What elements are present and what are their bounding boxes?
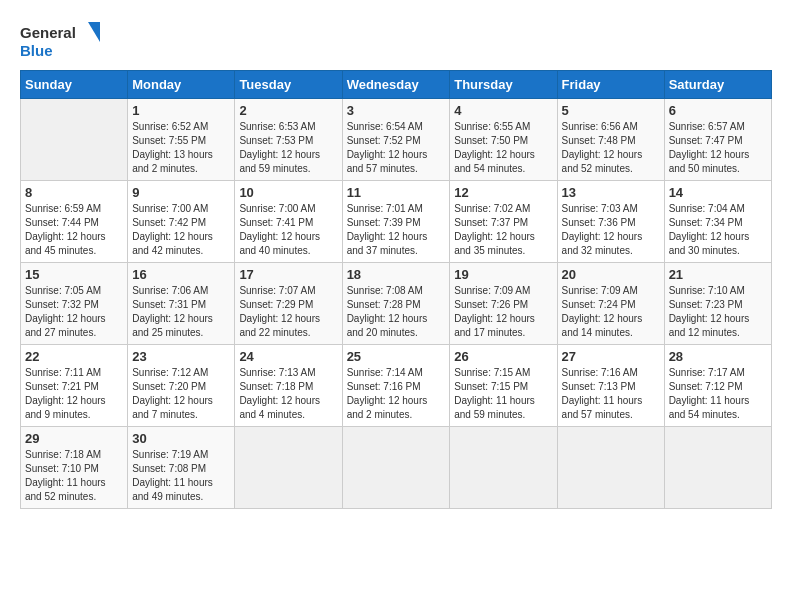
calendar-week-row: 8 Sunrise: 6:59 AMSunset: 7:44 PMDayligh…: [21, 181, 772, 263]
day-number: 23: [132, 349, 230, 364]
day-detail: Sunrise: 7:08 AMSunset: 7:28 PMDaylight:…: [347, 285, 428, 338]
svg-text:Blue: Blue: [20, 42, 53, 59]
day-detail: Sunrise: 7:01 AMSunset: 7:39 PMDaylight:…: [347, 203, 428, 256]
day-detail: Sunrise: 7:17 AMSunset: 7:12 PMDaylight:…: [669, 367, 750, 420]
calendar-day-cell: 25 Sunrise: 7:14 AMSunset: 7:16 PMDaylig…: [342, 345, 450, 427]
day-number: 4: [454, 103, 552, 118]
calendar-day-cell: 17 Sunrise: 7:07 AMSunset: 7:29 PMDaylig…: [235, 263, 342, 345]
day-number: 16: [132, 267, 230, 282]
day-header-sunday: Sunday: [21, 71, 128, 99]
calendar-table: SundayMondayTuesdayWednesdayThursdayFrid…: [20, 70, 772, 509]
calendar-day-cell: 15 Sunrise: 7:05 AMSunset: 7:32 PMDaylig…: [21, 263, 128, 345]
day-number: 5: [562, 103, 660, 118]
day-header-monday: Monday: [128, 71, 235, 99]
calendar-day-cell: [450, 427, 557, 509]
day-number: 1: [132, 103, 230, 118]
calendar-day-cell: 30 Sunrise: 7:19 AMSunset: 7:08 PMDaylig…: [128, 427, 235, 509]
day-detail: Sunrise: 7:00 AMSunset: 7:42 PMDaylight:…: [132, 203, 213, 256]
calendar-day-cell: 27 Sunrise: 7:16 AMSunset: 7:13 PMDaylig…: [557, 345, 664, 427]
day-number: 6: [669, 103, 767, 118]
calendar-day-cell: [557, 427, 664, 509]
calendar-week-row: 29 Sunrise: 7:18 AMSunset: 7:10 PMDaylig…: [21, 427, 772, 509]
day-header-wednesday: Wednesday: [342, 71, 450, 99]
day-number: 13: [562, 185, 660, 200]
logo: General Blue: [20, 20, 100, 60]
day-number: 18: [347, 267, 446, 282]
calendar-week-row: 15 Sunrise: 7:05 AMSunset: 7:32 PMDaylig…: [21, 263, 772, 345]
calendar-day-cell: [664, 427, 771, 509]
calendar-day-cell: 1 Sunrise: 6:52 AMSunset: 7:55 PMDayligh…: [128, 99, 235, 181]
calendar-day-cell: 23 Sunrise: 7:12 AMSunset: 7:20 PMDaylig…: [128, 345, 235, 427]
day-number: 28: [669, 349, 767, 364]
day-number: 15: [25, 267, 123, 282]
day-detail: Sunrise: 7:02 AMSunset: 7:37 PMDaylight:…: [454, 203, 535, 256]
day-detail: Sunrise: 7:04 AMSunset: 7:34 PMDaylight:…: [669, 203, 750, 256]
svg-marker-2: [88, 22, 100, 42]
calendar-day-cell: [342, 427, 450, 509]
day-number: 30: [132, 431, 230, 446]
calendar-day-cell: 9 Sunrise: 7:00 AMSunset: 7:42 PMDayligh…: [128, 181, 235, 263]
day-detail: Sunrise: 7:03 AMSunset: 7:36 PMDaylight:…: [562, 203, 643, 256]
calendar-day-cell: 26 Sunrise: 7:15 AMSunset: 7:15 PMDaylig…: [450, 345, 557, 427]
calendar-day-cell: 16 Sunrise: 7:06 AMSunset: 7:31 PMDaylig…: [128, 263, 235, 345]
day-detail: Sunrise: 7:10 AMSunset: 7:23 PMDaylight:…: [669, 285, 750, 338]
day-detail: Sunrise: 7:16 AMSunset: 7:13 PMDaylight:…: [562, 367, 643, 420]
day-detail: Sunrise: 7:09 AMSunset: 7:26 PMDaylight:…: [454, 285, 535, 338]
day-number: 12: [454, 185, 552, 200]
calendar-day-cell: 5 Sunrise: 6:56 AMSunset: 7:48 PMDayligh…: [557, 99, 664, 181]
calendar-day-cell: [235, 427, 342, 509]
calendar-day-cell: 4 Sunrise: 6:55 AMSunset: 7:50 PMDayligh…: [450, 99, 557, 181]
day-header-saturday: Saturday: [664, 71, 771, 99]
day-detail: Sunrise: 6:56 AMSunset: 7:48 PMDaylight:…: [562, 121, 643, 174]
calendar-week-row: 22 Sunrise: 7:11 AMSunset: 7:21 PMDaylig…: [21, 345, 772, 427]
day-detail: Sunrise: 7:07 AMSunset: 7:29 PMDaylight:…: [239, 285, 320, 338]
day-number: 22: [25, 349, 123, 364]
day-number: 9: [132, 185, 230, 200]
day-detail: Sunrise: 7:00 AMSunset: 7:41 PMDaylight:…: [239, 203, 320, 256]
day-detail: Sunrise: 6:57 AMSunset: 7:47 PMDaylight:…: [669, 121, 750, 174]
calendar-day-cell: 14 Sunrise: 7:04 AMSunset: 7:34 PMDaylig…: [664, 181, 771, 263]
day-number: 2: [239, 103, 337, 118]
day-detail: Sunrise: 7:19 AMSunset: 7:08 PMDaylight:…: [132, 449, 213, 502]
day-detail: Sunrise: 7:14 AMSunset: 7:16 PMDaylight:…: [347, 367, 428, 420]
calendar-day-cell: 11 Sunrise: 7:01 AMSunset: 7:39 PMDaylig…: [342, 181, 450, 263]
day-number: 27: [562, 349, 660, 364]
day-number: 25: [347, 349, 446, 364]
day-detail: Sunrise: 6:53 AMSunset: 7:53 PMDaylight:…: [239, 121, 320, 174]
calendar-day-cell: 10 Sunrise: 7:00 AMSunset: 7:41 PMDaylig…: [235, 181, 342, 263]
day-detail: Sunrise: 6:55 AMSunset: 7:50 PMDaylight:…: [454, 121, 535, 174]
calendar-day-cell: 24 Sunrise: 7:13 AMSunset: 7:18 PMDaylig…: [235, 345, 342, 427]
day-header-tuesday: Tuesday: [235, 71, 342, 99]
day-detail: Sunrise: 6:52 AMSunset: 7:55 PMDaylight:…: [132, 121, 213, 174]
day-detail: Sunrise: 7:09 AMSunset: 7:24 PMDaylight:…: [562, 285, 643, 338]
day-number: 26: [454, 349, 552, 364]
logo-svg: General Blue: [20, 20, 100, 60]
day-number: 3: [347, 103, 446, 118]
calendar-day-cell: 18 Sunrise: 7:08 AMSunset: 7:28 PMDaylig…: [342, 263, 450, 345]
calendar-day-cell: 29 Sunrise: 7:18 AMSunset: 7:10 PMDaylig…: [21, 427, 128, 509]
day-number: 17: [239, 267, 337, 282]
day-number: 10: [239, 185, 337, 200]
day-number: 14: [669, 185, 767, 200]
day-header-friday: Friday: [557, 71, 664, 99]
page-header: General Blue: [20, 20, 772, 60]
calendar-day-cell: [21, 99, 128, 181]
day-detail: Sunrise: 7:15 AMSunset: 7:15 PMDaylight:…: [454, 367, 535, 420]
day-detail: Sunrise: 7:18 AMSunset: 7:10 PMDaylight:…: [25, 449, 106, 502]
calendar-day-cell: 28 Sunrise: 7:17 AMSunset: 7:12 PMDaylig…: [664, 345, 771, 427]
day-header-thursday: Thursday: [450, 71, 557, 99]
calendar-header-row: SundayMondayTuesdayWednesdayThursdayFrid…: [21, 71, 772, 99]
day-detail: Sunrise: 7:11 AMSunset: 7:21 PMDaylight:…: [25, 367, 106, 420]
day-detail: Sunrise: 6:54 AMSunset: 7:52 PMDaylight:…: [347, 121, 428, 174]
day-number: 29: [25, 431, 123, 446]
calendar-day-cell: 8 Sunrise: 6:59 AMSunset: 7:44 PMDayligh…: [21, 181, 128, 263]
day-number: 11: [347, 185, 446, 200]
calendar-day-cell: 2 Sunrise: 6:53 AMSunset: 7:53 PMDayligh…: [235, 99, 342, 181]
calendar-day-cell: 13 Sunrise: 7:03 AMSunset: 7:36 PMDaylig…: [557, 181, 664, 263]
day-number: 21: [669, 267, 767, 282]
day-detail: Sunrise: 6:59 AMSunset: 7:44 PMDaylight:…: [25, 203, 106, 256]
day-detail: Sunrise: 7:06 AMSunset: 7:31 PMDaylight:…: [132, 285, 213, 338]
day-number: 19: [454, 267, 552, 282]
calendar-day-cell: 22 Sunrise: 7:11 AMSunset: 7:21 PMDaylig…: [21, 345, 128, 427]
day-number: 24: [239, 349, 337, 364]
